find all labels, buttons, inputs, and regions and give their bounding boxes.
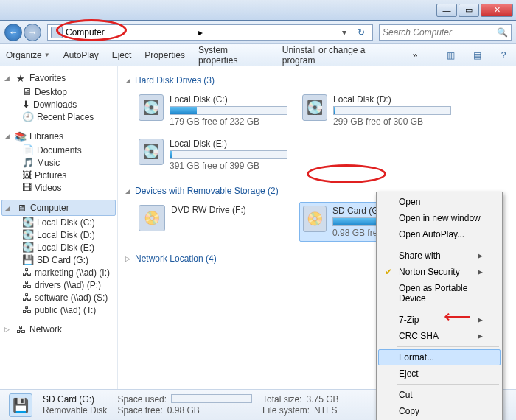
- help-icon[interactable]: ?: [497, 49, 510, 62]
- toolbar-overflow-button[interactable]: »: [413, 50, 418, 60]
- nav-item-recent[interactable]: 🕘Recent Places: [1, 111, 116, 123]
- address-dropdown-icon[interactable]: ▾: [338, 27, 350, 38]
- drive-tile[interactable]: 💽Local Disk (E:)391 GB free of 399 GB: [136, 136, 290, 174]
- autoplay-button[interactable]: AutoPlay: [63, 50, 99, 60]
- nav-bar: ← → Computer ▸ ▾ ↻ 🔍: [0, 21, 516, 44]
- window-close-button[interactable]: ✕: [481, 4, 513, 17]
- search-icon[interactable]: 🔍: [497, 27, 508, 38]
- total-size-value: 3.75 GB: [306, 394, 338, 405]
- submenu-arrow-icon: ▶: [478, 252, 483, 259]
- eject-button[interactable]: Eject: [112, 50, 132, 60]
- drive-free-text: 299 GB free of 300 GB: [333, 116, 451, 127]
- nav-item-drive[interactable]: 🖧public (\\ad) (T:): [1, 304, 116, 316]
- window-minimize-button[interactable]: —: [436, 4, 457, 17]
- submenu-arrow-icon: ▶: [478, 332, 483, 340]
- nav-item-drive[interactable]: 🖧marketing (\\ad) (I:): [1, 266, 116, 279]
- nav-item-downloads[interactable]: ⬇Downloads: [1, 98, 116, 111]
- menu-item[interactable]: Open in new window: [378, 210, 501, 226]
- menu-item[interactable]: ✔Norton Security▶: [378, 264, 501, 280]
- window-titlebar: — ▭ ✕: [0, 0, 516, 21]
- menu-separator: [397, 245, 499, 245]
- status-title: SD Card (G:): [43, 394, 107, 405]
- capacity-bar: [170, 150, 287, 159]
- status-subtitle: Removable Disk: [43, 405, 107, 416]
- drive-free-text: 391 GB free of 399 GB: [170, 161, 287, 171]
- drive-tile[interactable]: 💽Local Disk (C:)179 GB free of 232 GB: [136, 91, 290, 130]
- nav-group-favorites: ◢ ★ Favorites 🖥Desktop ⬇Downloads 🕘Recen…: [1, 71, 116, 123]
- pictures-icon: 🖼: [22, 169, 32, 181]
- drive-icon: 🖧: [22, 304, 32, 315]
- search-box[interactable]: 🔍: [379, 24, 512, 41]
- drive-icon: 💽: [139, 94, 164, 121]
- nav-head-network[interactable]: ▷ 🖧 Network: [1, 322, 116, 337]
- nav-item-drive[interactable]: 💽Local Disk (D:): [1, 228, 116, 241]
- check-icon: ✔: [383, 267, 394, 277]
- window-maximize-button[interactable]: ▭: [459, 4, 479, 17]
- submenu-arrow-icon: ▶: [478, 316, 483, 323]
- star-icon: ★: [15, 72, 27, 84]
- section-hdd-header[interactable]: ◢ Hard Disk Drives (3): [122, 72, 512, 91]
- menu-item[interactable]: Open as Portable Device: [378, 280, 501, 307]
- nav-head-computer[interactable]: ◢ 🖥 Computer: [1, 200, 116, 216]
- nav-item-drive[interactable]: 🖧software (\\ad) (S:): [1, 291, 116, 304]
- menu-item[interactable]: Cut: [378, 387, 501, 403]
- drive-icon: 💽: [302, 94, 327, 121]
- menu-item[interactable]: Share with▶: [378, 248, 501, 264]
- nav-forward-button[interactable]: →: [24, 24, 41, 41]
- menu-item[interactable]: Eject: [378, 365, 501, 382]
- menu-separator: [397, 346, 499, 347]
- nav-item-music[interactable]: 🎵Music: [1, 156, 116, 169]
- address-bar[interactable]: Computer ▸ ▾ ↻: [47, 24, 373, 41]
- nav-item-drive[interactable]: 💽Local Disk (E:): [1, 241, 116, 253]
- menu-item[interactable]: Format...: [378, 349, 501, 365]
- menu-item[interactable]: Open AutoPlay...: [378, 226, 501, 242]
- nav-item-videos[interactable]: 🎞Videos: [1, 181, 116, 194]
- uninstall-button[interactable]: Uninstall or change a program: [282, 45, 400, 66]
- drive-tile[interactable]: 📀DVD RW Drive (F:): [136, 202, 290, 242]
- downloads-icon: ⬇: [22, 99, 30, 110]
- drive-icon: 📀: [303, 206, 327, 232]
- menu-item[interactable]: 7-Zip▶: [378, 312, 501, 328]
- nav-back-button[interactable]: ←: [4, 24, 22, 41]
- nav-item-drive[interactable]: 💾SD Card (G:): [1, 253, 116, 266]
- nav-head-libraries[interactable]: ◢ 📚 Libraries: [1, 129, 116, 144]
- submenu-arrow-icon: ▶: [478, 268, 483, 276]
- drive-icon: 🖧: [22, 267, 32, 278]
- recent-icon: 🕘: [22, 111, 34, 122]
- menu-item[interactable]: Open: [378, 194, 501, 210]
- capacity-bar: [170, 106, 287, 115]
- collapse-icon: ◢: [5, 204, 13, 211]
- drive-title: Local Disk (E:): [170, 139, 287, 149]
- nav-head-favorites[interactable]: ◢ ★ Favorites: [1, 71, 116, 85]
- nav-item-documents[interactable]: 📄Documents: [1, 144, 116, 156]
- view-mode-icon[interactable]: ▥: [444, 49, 458, 62]
- preview-pane-icon[interactable]: ▤: [470, 49, 484, 62]
- drive-title: DVD RW Drive (F:): [171, 205, 287, 215]
- menu-item[interactable]: Copy: [378, 403, 501, 419]
- drive-icon: 📀: [139, 205, 165, 231]
- organize-button[interactable]: Organize▼: [6, 50, 50, 60]
- refresh-icon[interactable]: ↻: [353, 27, 369, 38]
- hdd-drives-list: 💽Local Disk (C:)179 GB free of 232 GB💽Lo…: [122, 91, 512, 174]
- nav-item-drive[interactable]: 🖧drivers (\\ad) (P:): [1, 279, 116, 291]
- breadcrumb-sep-icon: ▸: [198, 27, 203, 38]
- documents-icon: 📄: [22, 144, 34, 155]
- drive-icon: 💽: [22, 217, 34, 228]
- nav-group-libraries: ◢ 📚 Libraries 📄Documents 🎵Music 🖼Picture…: [1, 129, 116, 194]
- computer-icon: [51, 27, 63, 38]
- drive-icon: 🖧: [22, 279, 32, 290]
- space-free-label: Space free:: [117, 405, 162, 416]
- nav-item-desktop[interactable]: 🖥Desktop: [1, 85, 116, 98]
- drive-title: Local Disk (D:): [333, 94, 451, 105]
- drive-tile[interactable]: 💽Local Disk (D:)299 GB free of 300 GB: [299, 91, 454, 130]
- command-toolbar: Organize▼ AutoPlay Eject Properties Syst…: [0, 44, 516, 66]
- computer-icon: 🖥: [15, 202, 27, 214]
- collapse-icon: ◢: [125, 187, 130, 195]
- system-properties-button[interactable]: System properties: [198, 45, 269, 66]
- nav-item-pictures[interactable]: 🖼Pictures: [1, 169, 116, 181]
- properties-button[interactable]: Properties: [144, 50, 185, 60]
- search-input[interactable]: [383, 27, 494, 38]
- menu-item[interactable]: CRC SHA▶: [378, 328, 501, 344]
- menu-separator: [397, 384, 499, 385]
- nav-item-drive[interactable]: 💽Local Disk (C:): [1, 216, 116, 228]
